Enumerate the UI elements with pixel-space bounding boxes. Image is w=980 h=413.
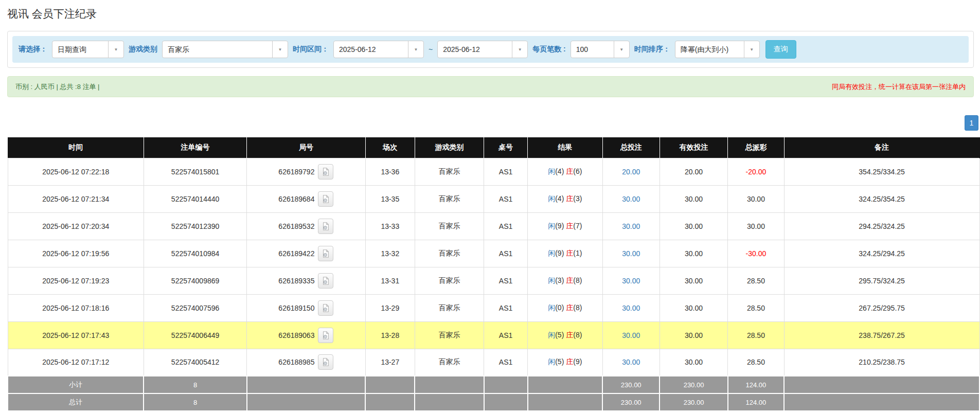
total-bet-cell[interactable]: 30.00 (602, 349, 660, 376)
video-file-icon (321, 167, 330, 176)
column-header: 总投注 (602, 137, 660, 158)
round-cell: 626189063 (247, 321, 365, 349)
video-file-icon (321, 276, 330, 285)
player-result-label: 闲 (548, 331, 555, 339)
payout-cell: 28.50 (728, 267, 785, 294)
subtotal-row-table-no-cell (484, 376, 528, 393)
subtotal-row-label-cell: 小计 (8, 376, 144, 393)
valid-bet-cell: 30.00 (660, 321, 727, 349)
page-size-select[interactable]: 100 ▼ (571, 41, 630, 58)
total-bet-cell[interactable]: 20.00 (602, 158, 660, 185)
table-row: 2025-06-12 07:19:56522574010984626189422… (8, 240, 979, 267)
table-no-cell: AS1 (484, 240, 528, 267)
currency-total-info: 币别 : 人民币 | 总共 :8 注单 | (15, 82, 100, 92)
banker-result-label: 庄 (566, 331, 573, 339)
bet-id-cell: 522574012390 (144, 212, 246, 240)
bet-id-cell: 522574010984 (144, 240, 246, 267)
column-header: 游戏类别 (415, 137, 484, 158)
video-replay-button[interactable] (318, 354, 333, 370)
bet-records-table: 时间注单编号局号场次游戏类别桌号结果总投注有效投注总派彩备注 2025-06-1… (7, 137, 980, 411)
round-cell: 626189422 (247, 240, 365, 267)
video-replay-button[interactable] (318, 191, 333, 207)
grand-total-row: 总计8230.00230.00124.00 (8, 393, 979, 411)
query-type-select[interactable]: 日期查询 ▼ (52, 41, 124, 58)
table-no-cell: AS1 (484, 321, 528, 349)
banker-result-points: (7) (573, 222, 582, 230)
date-from-value: 2025-06-12 (334, 41, 408, 58)
chevron-down-icon: ▼ (272, 41, 288, 58)
grand-total-row-result-cell (528, 393, 602, 411)
column-header: 时间 (8, 137, 144, 158)
player-result-label: 闲 (548, 194, 555, 203)
round-cell: 626189684 (247, 185, 365, 212)
time-range-label: 时间区间： (293, 45, 329, 54)
player-result-label: 闲 (548, 167, 555, 175)
date-from-select[interactable]: 2025-06-12 ▼ (333, 41, 424, 58)
grand-total-row-count-cell: 8 (144, 393, 246, 411)
player-result-label: 闲 (548, 222, 555, 230)
result-cell: 闲(0) 庄(8) (528, 294, 602, 321)
video-file-icon (321, 303, 330, 313)
total-bet-cell[interactable]: 30.00 (602, 267, 660, 294)
grand-total-row-payout-cell: 124.00 (728, 393, 785, 411)
video-file-icon (321, 222, 330, 231)
column-header: 桌号 (484, 137, 528, 158)
time-cell: 2025-06-12 07:19:23 (8, 267, 144, 294)
banker-result-points: (3) (573, 194, 582, 203)
session-cell: 13-27 (365, 349, 415, 376)
subtotal-row-remark-cell (784, 376, 979, 393)
remark-cell: 294.25/324.25 (784, 212, 979, 240)
pagination: 1 (0, 115, 978, 131)
total-bet-cell[interactable]: 30.00 (602, 240, 660, 267)
total-bet-cell[interactable]: 30.00 (602, 185, 660, 212)
table-header-row: 时间注单编号局号场次游戏类别桌号结果总投注有效投注总派彩备注 (8, 137, 979, 158)
query-button[interactable]: 查询 (765, 40, 796, 59)
game-type-cell: 百家乐 (415, 267, 484, 294)
table-row: 2025-06-12 07:22:18522574015801626189792… (8, 158, 979, 185)
filter-bar: 请选择： 日期查询 ▼ 游戏类别 百家乐 ▼ 时间区间： 2025-06-12 … (12, 36, 969, 63)
query-type-value: 日期查询 (52, 41, 108, 58)
round-cell: 626188985 (247, 349, 365, 376)
video-replay-button[interactable] (318, 273, 333, 289)
table-no-cell: AS1 (484, 267, 528, 294)
player-result-points: (9) (555, 249, 564, 257)
video-replay-button[interactable] (318, 300, 333, 316)
subtotal-row-game-type-cell (415, 376, 484, 393)
time-cell: 2025-06-12 07:20:34 (8, 212, 144, 240)
video-replay-button[interactable] (318, 219, 333, 234)
page-title: 视讯 会员下注纪录 (7, 7, 980, 21)
grand-total-row-remark-cell (784, 393, 979, 411)
payout-cell: 28.50 (728, 321, 785, 349)
column-header: 局号 (247, 137, 365, 158)
time-cell: 2025-06-12 07:19:56 (8, 240, 144, 267)
bet-id-cell: 522574015801 (144, 158, 246, 185)
video-replay-button[interactable] (318, 246, 333, 261)
table-no-cell: AS1 (484, 294, 528, 321)
payout-cell: 30.00 (728, 212, 785, 240)
subtotal-row-count-cell: 8 (144, 376, 246, 393)
banker-result-points: (9) (573, 357, 582, 366)
total-bet-cell[interactable]: 30.00 (602, 321, 660, 349)
date-range-separator: ~ (429, 45, 433, 53)
total-bet-cell[interactable]: 30.00 (602, 294, 660, 321)
date-to-select[interactable]: 2025-06-12 ▼ (437, 41, 528, 58)
video-replay-button[interactable] (318, 164, 333, 179)
player-result-points: (4) (555, 167, 564, 175)
table-no-cell: AS1 (484, 158, 528, 185)
banker-result-label: 庄 (566, 357, 573, 366)
subtotal-row-result-cell (528, 376, 602, 393)
round-number: 626189335 (278, 277, 314, 285)
banker-result-points: (1) (573, 249, 582, 257)
video-replay-button[interactable] (318, 328, 333, 343)
video-file-icon (321, 249, 330, 258)
banker-result-label: 庄 (566, 194, 573, 203)
game-type-select[interactable]: 百家乐 ▼ (162, 41, 288, 58)
total-bet-cell[interactable]: 30.00 (602, 212, 660, 240)
result-cell: 闲(3) 庄(8) (528, 267, 602, 294)
page-1-button[interactable]: 1 (965, 115, 978, 131)
table-body: 2025-06-12 07:22:18522574015801626189792… (8, 158, 979, 376)
table-row: 2025-06-12 07:20:34522574012390626189532… (8, 212, 979, 240)
video-file-icon (321, 357, 330, 367)
sort-order-select[interactable]: 降幂(由大到小) ▼ (675, 41, 760, 58)
table-foot: 小计8230.00230.00124.00总计8230.00230.00124.… (8, 376, 979, 411)
